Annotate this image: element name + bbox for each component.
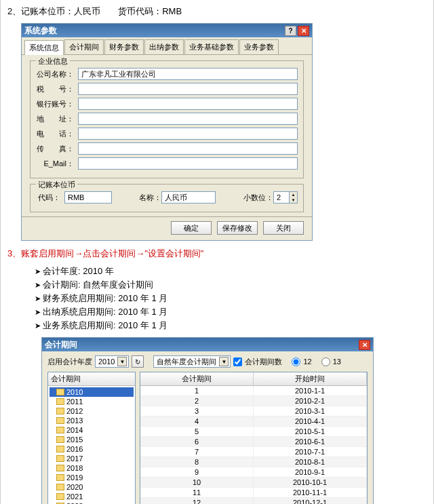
period-count-checkbox[interactable] (233, 357, 242, 366)
chevron-down-icon[interactable]: ▼ (117, 357, 127, 366)
combo-value: 自然年度会计期间 (157, 357, 216, 367)
address-input[interactable] (78, 113, 298, 125)
folder-icon (56, 493, 64, 500)
tree-item[interactable]: 2021 (50, 492, 134, 501)
instruction-3: 3、账套启用期间→点击会计期间→"设置会计期间" (7, 248, 427, 260)
group-legend: 记账本位币 (36, 180, 77, 190)
close-icon[interactable]: ✕ (298, 26, 309, 36)
group-legend: 企业信息 (36, 56, 70, 66)
tree-item[interactable]: 2012 (50, 406, 134, 416)
folder-icon (56, 427, 64, 433)
label: 地 址： (36, 114, 74, 124)
table-row[interactable]: 92010-9-1 (140, 467, 367, 478)
bullet-item: 业务系统启用期间: 2010 年 1 月 (35, 319, 427, 332)
table-row[interactable]: 22010-2-1 (140, 396, 367, 406)
label: 13 (333, 357, 341, 366)
table-row[interactable]: 12010-1-1 (140, 386, 367, 396)
table-row[interactable]: 52010-5-1 (140, 427, 367, 437)
table-row[interactable]: 42010-4-1 (140, 416, 367, 427)
tel-input[interactable] (78, 128, 298, 140)
tab-business-base[interactable]: 业务基础参数 (184, 39, 239, 54)
folder-icon (56, 484, 64, 490)
tree-item[interactable]: 2019 (50, 473, 134, 482)
folder-icon (56, 436, 64, 443)
tree-item[interactable]: 2017 (50, 454, 134, 463)
year-tree: 会计期间 20102011201220132014201520162017201… (47, 372, 136, 504)
label: 会计期间数 (245, 357, 282, 367)
tab-cashier[interactable]: 出纳参数 (144, 39, 184, 54)
label: 代码： (36, 193, 60, 203)
tree-item[interactable]: 2014 (50, 425, 134, 435)
table-row[interactable]: 122010-12-1 (140, 498, 367, 504)
year-combo[interactable]: 2010 ▼ (95, 355, 129, 368)
tax-input[interactable] (78, 83, 298, 95)
period-13-radio[interactable] (321, 357, 330, 366)
period-type-combo[interactable]: 自然年度会计期间 ▼ (153, 355, 231, 368)
tab-system-info[interactable]: 系统信息 (24, 40, 64, 55)
titlebar: 会计期间 ✕ (42, 338, 373, 351)
dialog-title: 系统参数 (24, 25, 283, 37)
ok-button[interactable]: 确定 (171, 221, 212, 235)
accounting-period-dialog: 会计期间 ✕ 启用会计年度 2010 ▼ ↻ 自然年度会计期间 ▼ 会计期间数 … (41, 337, 374, 504)
table-row[interactable]: 72010-7-1 (140, 447, 367, 457)
period-12-radio[interactable] (292, 357, 300, 366)
table-row[interactable]: 62010-6-1 (140, 437, 367, 447)
chevron-down-icon[interactable]: ▼ (219, 357, 229, 366)
close-button[interactable]: 关闭 (263, 221, 304, 235)
help-icon[interactable]: ? (285, 26, 296, 36)
decimal-spinner[interactable]: 2 ▲▼ (273, 191, 298, 203)
bullet-item: 会计年度: 2010 年 (35, 265, 427, 277)
currency-code-input[interactable] (64, 191, 112, 203)
tree-item[interactable]: 2013 (50, 416, 134, 425)
save-button[interactable]: 保存修改 (217, 221, 258, 235)
tree-item[interactable]: 2022 (50, 501, 134, 504)
label: 名称： (139, 193, 161, 203)
tree-item[interactable]: 2011 (50, 397, 134, 406)
tree-header: 会计期间 (48, 372, 135, 386)
folder-icon (56, 389, 64, 395)
folder-icon (56, 465, 64, 471)
label: 小数位： (243, 193, 273, 203)
bullet-item: 会计期间: 自然年度会计期间 (35, 279, 427, 291)
tree-item[interactable]: 2020 (50, 482, 134, 492)
tree-item[interactable]: 2016 (50, 444, 134, 454)
close-icon[interactable]: ✕ (359, 340, 370, 350)
table-row[interactable]: 32010-3-1 (140, 406, 367, 416)
email-input[interactable] (78, 157, 298, 170)
column-header: 开始时间 (254, 372, 367, 385)
tree-item[interactable]: 2015 (50, 435, 134, 444)
table-row[interactable]: 102010-10-1 (140, 478, 367, 488)
tab-accounting-period[interactable]: 会计期间 (64, 39, 104, 54)
tree-item[interactable]: 2010 (50, 387, 134, 397)
refresh-button[interactable]: ↻ (132, 355, 144, 368)
label: 启用会计年度 (47, 357, 92, 367)
period-table: 会计期间 开始时间 12010-1-122010-2-132010-3-1420… (140, 372, 368, 504)
instruction-2: 2、记账本位币：人民币 货币代码：RMB (7, 5, 427, 18)
dialog-title: 会计期间 (45, 339, 357, 351)
folder-icon (56, 417, 64, 424)
currency-name-input[interactable] (161, 191, 216, 203)
tab-finance[interactable]: 财务参数 (104, 39, 144, 54)
spinner-up-icon[interactable]: ▲ (289, 192, 297, 197)
bank-input[interactable] (78, 98, 298, 110)
folder-icon (56, 446, 64, 452)
tree-item[interactable]: 2018 (50, 463, 134, 473)
folder-icon (56, 455, 64, 462)
tab-business[interactable]: 业务参数 (239, 39, 279, 54)
folder-icon (56, 474, 64, 481)
column-header: 会计期间 (140, 372, 254, 385)
bullet-item: 出纳系统启用期间: 2010 年 1 月 (35, 306, 427, 318)
spinner-value: 2 (277, 193, 281, 201)
spinner-down-icon[interactable]: ▼ (289, 197, 297, 203)
bullet-item: 财务系统启用期间: 2010 年 1 月 (35, 292, 427, 305)
fax-input[interactable] (78, 142, 298, 155)
label: 公司名称： (36, 69, 74, 79)
label: 12 (303, 357, 311, 366)
label: 电 话： (36, 129, 74, 139)
company-name-input[interactable] (78, 68, 298, 80)
system-params-dialog: 系统参数 ? ✕ 系统信息 会计期间 财务参数 出纳参数 业务基础参数 业务参数… (21, 23, 313, 241)
table-row[interactable]: 82010-8-1 (140, 457, 367, 467)
label: 传 真： (36, 144, 74, 154)
table-row[interactable]: 112010-11-1 (140, 488, 367, 498)
tabs: 系统信息 会计期间 财务参数 出纳参数 业务基础参数 业务参数 (22, 37, 312, 55)
